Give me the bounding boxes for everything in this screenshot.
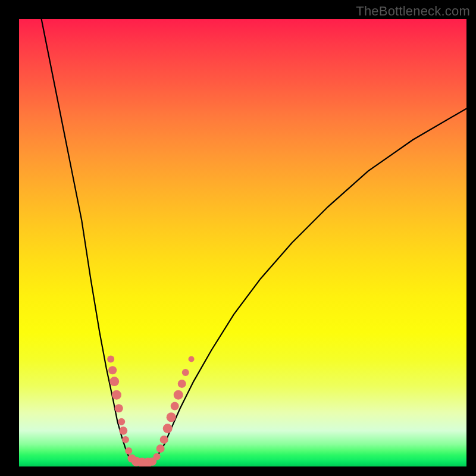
data-marker: [189, 356, 195, 362]
data-marker: [178, 380, 186, 388]
data-marker: [160, 436, 168, 444]
data-marker: [115, 404, 123, 412]
data-marker: [119, 427, 127, 435]
data-marker: [154, 453, 161, 460]
data-marker: [118, 418, 125, 425]
plot-area: [19, 19, 466, 466]
data-marker: [182, 369, 189, 376]
data-marker: [167, 412, 176, 422]
outer-frame: TheBottleneck.com: [0, 0, 476, 476]
data-marker: [107, 356, 114, 363]
chart-svg: [19, 19, 466, 466]
curve-right-branch: [154, 108, 466, 462]
data-marker: [163, 424, 173, 433]
watermark-text: TheBottleneck.com: [356, 4, 470, 19]
data-marker: [108, 366, 117, 374]
markers-group: [107, 356, 194, 466]
data-marker: [156, 444, 165, 453]
data-marker: [112, 390, 121, 400]
data-marker: [174, 390, 183, 400]
data-marker: [171, 402, 179, 410]
data-marker: [122, 436, 129, 443]
data-marker: [125, 447, 132, 455]
data-marker: [109, 377, 119, 386]
curve-group: [42, 19, 466, 463]
